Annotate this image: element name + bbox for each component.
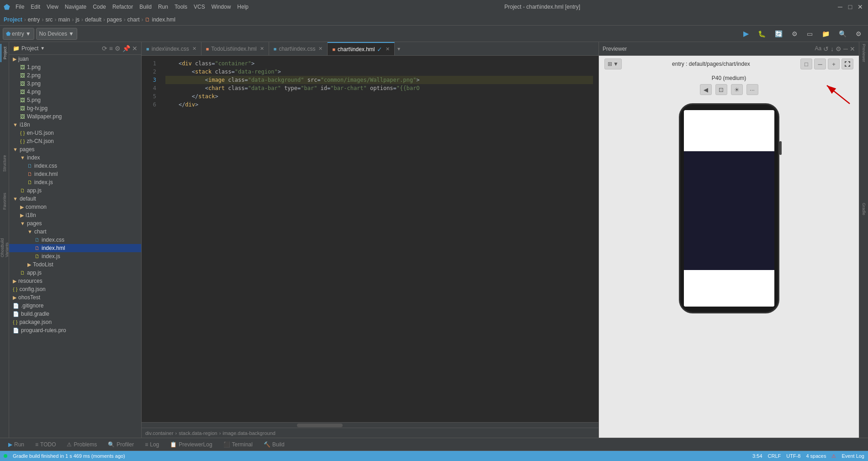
sidebar-project-icon[interactable]: Project [0, 44, 9, 62]
previewer-header-actions[interactable]: Aa ↺ ↓ ⚙ ─ ✕ [815, 45, 855, 53]
fullscreen-button[interactable] [842, 58, 853, 69]
list-item[interactable]: ▶resources [9, 277, 141, 285]
scrollbar-thumb[interactable] [297, 424, 343, 427]
list-item[interactable]: 🗋index.hml [9, 244, 141, 252]
breadcrumb-js[interactable]: js [75, 16, 79, 23]
list-item[interactable]: { }en-US.json [9, 129, 141, 137]
debug-button[interactable]: 🐛 [754, 28, 769, 40]
title-bar-controls[interactable]: ─ □ ✕ [836, 3, 864, 11]
settings-icon[interactable]: ⚙ [115, 45, 121, 52]
log-tab[interactable]: ≡ Log [140, 439, 164, 450]
coverage-button[interactable]: 🔄 [771, 28, 786, 40]
list-item[interactable]: 🗋app.js [9, 186, 141, 195]
list-item[interactable]: ▶TodoList [9, 260, 141, 269]
list-item[interactable]: { }config.json [9, 285, 141, 293]
menu-run[interactable]: Run [158, 4, 168, 10]
list-item[interactable]: 🖼5.png [9, 96, 141, 104]
sidebar-ohosbuild-icon[interactable]: OhosBuild Variants [0, 238, 9, 257]
list-item[interactable]: 📄.gitignore [9, 302, 141, 310]
profiler-tab[interactable]: 🔍 Profiler [103, 439, 138, 450]
file-tree-actions[interactable]: ⟳ ≡ ⚙ 📌 ✕ [102, 45, 138, 52]
sidebar-structure-icon[interactable]: Structure [0, 154, 9, 173]
list-item[interactable]: { }package.json [9, 318, 141, 326]
list-item[interactable]: 🖼4.png [9, 88, 141, 96]
terminal-tab[interactable]: ⬛ Terminal [219, 439, 257, 450]
tab-todolist-hml[interactable]: ■ TodoList\index.hml ✕ [201, 42, 269, 56]
layout-button[interactable]: ▭ [803, 28, 816, 40]
right-sidebar-gradle[interactable]: Gradle [860, 200, 868, 218]
collapse-icon[interactable]: ≡ [109, 45, 113, 52]
previewer-log-tab[interactable]: 📋 PreviewerLog [165, 439, 217, 450]
search-button[interactable]: 🔍 [835, 28, 850, 40]
code-content[interactable]: <div class="container"> <stack class="da… [160, 56, 598, 422]
list-item[interactable]: ▶juan [9, 55, 141, 63]
project-dropdown-icon[interactable]: ▼ [40, 46, 45, 51]
folder-button[interactable]: 📁 [818, 28, 833, 40]
menu-file[interactable]: File [16, 4, 24, 10]
menu-view[interactable]: View [47, 4, 58, 10]
previewer-font-icon[interactable]: Aa [815, 45, 821, 53]
list-item[interactable]: 📄build.gradle [9, 310, 141, 318]
list-item[interactable]: ▼default [9, 195, 141, 203]
list-item[interactable]: ▼pages [9, 219, 141, 228]
settings-button[interactable]: ⚙ [788, 28, 801, 40]
previewer-close-icon[interactable]: ✕ [850, 45, 855, 53]
sidebar-favorites-icon[interactable]: Favorites [0, 192, 9, 210]
list-item[interactable]: 🖼2.png [9, 71, 141, 79]
breadcrumb-pages[interactable]: pages [107, 16, 122, 23]
tab-chart-hml[interactable]: ■ chart\index.hml ✓ ✕ [328, 42, 395, 56]
zoom-fit-button[interactable]: □ [800, 58, 812, 69]
todo-tab[interactable]: ≡ TODO [31, 439, 60, 450]
menu-help[interactable]: Help [237, 4, 249, 10]
zoom-out-button[interactable]: ─ [814, 58, 826, 69]
build-tab[interactable]: 🔨 Build [259, 439, 289, 450]
gear-button[interactable]: ⚙ [852, 28, 865, 40]
breadcrumb-default[interactable]: default [85, 16, 101, 23]
list-item[interactable]: 🖼Wallpaper.png [9, 112, 141, 121]
run-tab[interactable]: ▶ Run [4, 439, 29, 450]
list-item[interactable]: 🗋index.js [9, 252, 141, 260]
list-item[interactable]: 🗋index.js [9, 178, 141, 186]
previewer-grid-control[interactable]: ⊞ ▼ [604, 58, 622, 69]
list-item[interactable]: 🖼3.png [9, 79, 141, 88]
problems-tab[interactable]: ⚠ Problems [62, 439, 101, 450]
list-item[interactable]: 🗋index.css [9, 236, 141, 244]
list-item[interactable]: ▶common [9, 203, 141, 211]
list-item[interactable]: ▼chart [9, 228, 141, 236]
list-item[interactable]: 🗋index.hml [9, 170, 141, 178]
sync-icon[interactable]: ⟳ [102, 45, 107, 52]
pin-icon[interactable]: 📌 [122, 45, 130, 52]
no-devices-selector[interactable]: No Devices ▼ [36, 28, 77, 40]
breadcrumb-chart[interactable]: chart [127, 16, 140, 23]
previewer-settings-icon[interactable]: ⚙ [836, 45, 842, 53]
list-item[interactable]: ▼index [9, 154, 141, 162]
zoom-in-button[interactable]: + [828, 58, 840, 69]
list-item[interactable]: 📄proguard-rules.pro [9, 326, 141, 334]
menu-navigate[interactable]: Navigate [65, 4, 86, 10]
previewer-zoom-controls[interactable]: □ ─ + [800, 58, 853, 69]
tab-index-css[interactable]: ■ index\index.css ✕ [142, 42, 201, 56]
tab-close-icon[interactable]: ✕ [260, 46, 264, 52]
close-button[interactable]: ✕ [856, 3, 864, 11]
tab-close-icon2[interactable]: ✕ [386, 46, 390, 52]
menu-vcs[interactable]: VCS [194, 4, 205, 10]
list-item[interactable]: ▶i18n [9, 211, 141, 219]
close-tree-icon[interactable]: ✕ [132, 45, 138, 52]
minimize-button[interactable]: ─ [836, 3, 844, 11]
list-item[interactable]: ▼pages [9, 145, 141, 154]
list-item[interactable]: { }zh-CN.json [9, 137, 141, 145]
menu-refactor[interactable]: Refactor [112, 4, 133, 10]
menu-edit[interactable]: Edit [31, 4, 40, 10]
list-item[interactable]: 🖼1.png [9, 63, 141, 71]
tab-close-icon[interactable]: ✕ [192, 46, 196, 52]
grid-select[interactable]: ⊞ ▼ [604, 58, 622, 69]
horizontal-scrollbar[interactable] [142, 422, 598, 428]
breadcrumb-src[interactable]: src [45, 16, 53, 23]
list-item[interactable]: 🗋index.css [9, 162, 141, 170]
previewer-minimize-icon[interactable]: ─ [843, 45, 848, 53]
breadcrumb-entry[interactable]: entry [28, 16, 40, 23]
maximize-button[interactable]: □ [846, 3, 854, 11]
breadcrumb-main[interactable]: main [58, 16, 70, 23]
split-button[interactable]: ⊡ [715, 84, 727, 95]
previewer-download-icon[interactable]: ↓ [831, 45, 834, 53]
